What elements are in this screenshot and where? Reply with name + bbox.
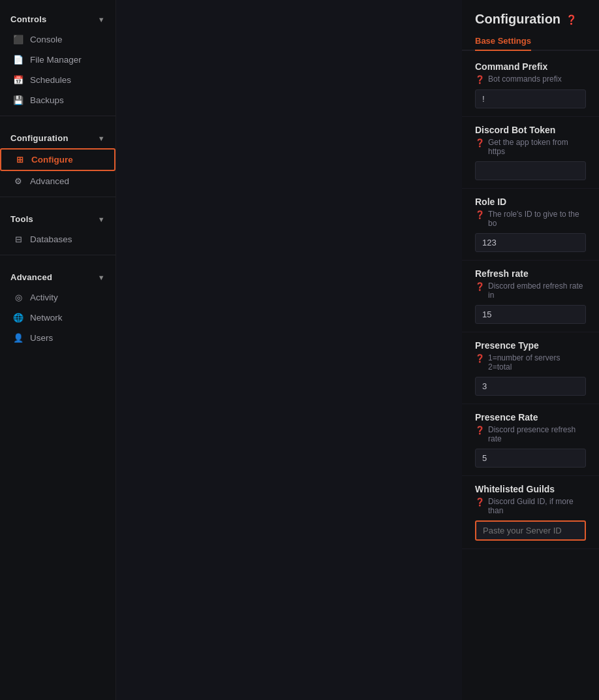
tab-base-settings-label: Base Settings bbox=[475, 36, 531, 46]
whitelisted-guilds-label: Whitelisted Guilds bbox=[475, 484, 586, 494]
whitelisted-guilds-input[interactable] bbox=[475, 520, 586, 541]
sidebar-item-schedules-label: Schedules bbox=[30, 75, 71, 85]
sidebar-section-configuration-label: Configuration bbox=[10, 133, 69, 143]
sidebar-item-advanced-config[interactable]: ⚙ Advanced bbox=[0, 171, 115, 191]
discord-bot-token-help: ❓ Get the app token from https bbox=[475, 138, 586, 156]
schedules-icon: 📅 bbox=[13, 75, 23, 85]
presence-type-help-text: 1=number of servers 2=total bbox=[488, 353, 586, 372]
chevron-down-icon-4: ▼ bbox=[98, 274, 105, 281]
configure-icon: ⊞ bbox=[14, 155, 25, 165]
network-icon: 🌐 bbox=[13, 313, 23, 323]
divider-3 bbox=[0, 255, 115, 255]
sidebar-section-advanced-label: Advanced bbox=[10, 272, 52, 282]
chevron-down-icon-3: ▼ bbox=[98, 215, 105, 223]
sidebar-item-advanced-config-label: Advanced bbox=[30, 176, 69, 186]
info-icon[interactable]: ❓ bbox=[566, 14, 577, 25]
chevron-down-icon-2: ▼ bbox=[98, 135, 105, 142]
presence-type-label: Presence Type bbox=[475, 340, 586, 351]
sidebar-item-configure[interactable]: ⊞ Configure bbox=[0, 148, 115, 171]
refresh-rate-help-text: Discord embed refresh rate in bbox=[488, 281, 586, 300]
sidebar-item-network[interactable]: 🌐 Network bbox=[0, 308, 115, 328]
sidebar-item-console[interactable]: ⬛ Console bbox=[0, 29, 115, 50]
refresh-rate-help-icon: ❓ bbox=[475, 282, 485, 291]
presence-type-input[interactable] bbox=[475, 377, 586, 396]
sidebar-item-schedules[interactable]: 📅 Schedules bbox=[0, 70, 115, 90]
sidebar-item-network-label: Network bbox=[30, 313, 63, 323]
databases-icon: ⊟ bbox=[13, 234, 23, 244]
settings-section-command-prefix: Command Prefix ❓ Bot commands prefix bbox=[462, 54, 599, 117]
sidebar-item-backups-label: Backups bbox=[30, 95, 64, 105]
command-prefix-help-icon: ❓ bbox=[475, 75, 485, 84]
activity-icon: ◎ bbox=[13, 293, 23, 302]
sidebar-section-tools: Tools ▼ ⊟ Databases bbox=[0, 200, 115, 252]
whitelisted-guilds-help-icon: ❓ bbox=[475, 498, 485, 507]
divider-1 bbox=[0, 116, 115, 116]
presence-type-help-icon: ❓ bbox=[475, 354, 485, 363]
role-id-input[interactable] bbox=[475, 233, 586, 252]
sidebar-item-backups[interactable]: 💾 Backups bbox=[0, 90, 115, 110]
command-prefix-help-text: Bot commands prefix bbox=[488, 74, 562, 84]
presence-type-help: ❓ 1=number of servers 2=total bbox=[475, 353, 586, 372]
sidebar-section-advanced-header[interactable]: Advanced ▼ bbox=[0, 268, 115, 287]
tab-base-settings[interactable]: Base Settings bbox=[475, 31, 531, 51]
discord-bot-token-help-icon: ❓ bbox=[475, 138, 485, 148]
sidebar: Controls ▼ ⬛ Console 📄 File Manager 📅 Sc… bbox=[0, 0, 116, 700]
sidebar-item-activity[interactable]: ◎ Activity bbox=[0, 287, 115, 308]
users-icon: 👤 bbox=[13, 333, 23, 343]
sidebar-item-activity-label: Activity bbox=[30, 293, 58, 302]
presence-rate-help: ❓ Discord presence refresh rate bbox=[475, 425, 586, 443]
main-content bbox=[116, 0, 462, 700]
whitelisted-guilds-help: ❓ Discord Guild ID, if more than bbox=[475, 497, 586, 515]
sidebar-item-users[interactable]: 👤 Users bbox=[0, 328, 115, 348]
presence-rate-help-text: Discord presence refresh rate bbox=[488, 425, 586, 443]
backups-icon: 💾 bbox=[13, 95, 23, 105]
settings-section-presence-type: Presence Type ❓ 1=number of servers 2=to… bbox=[462, 332, 599, 404]
command-prefix-help: ❓ Bot commands prefix bbox=[475, 74, 586, 84]
sidebar-item-file-manager-label: File Manager bbox=[30, 55, 82, 65]
sidebar-section-advanced: Advanced ▼ ◎ Activity 🌐 Network 👤 Users bbox=[0, 258, 115, 351]
role-id-help-text: The role's ID to give to the bo bbox=[488, 210, 586, 228]
tab-bar: Base Settings bbox=[462, 31, 599, 51]
file-manager-icon: 📄 bbox=[13, 55, 23, 65]
panel-title-text: Configuration bbox=[475, 12, 561, 27]
sidebar-item-databases-label: Databases bbox=[30, 234, 72, 244]
role-id-help-icon: ❓ bbox=[475, 210, 485, 219]
settings-section-whitelisted-guilds: Whitelisted Guilds ❓ Discord Guild ID, i… bbox=[462, 476, 599, 549]
role-id-label: Role ID bbox=[475, 197, 586, 207]
settings-section-presence-rate: Presence Rate ❓ Discord presence refresh… bbox=[462, 404, 599, 476]
presence-rate-label: Presence Rate bbox=[475, 412, 586, 422]
sidebar-section-controls-header[interactable]: Controls ▼ bbox=[0, 10, 115, 29]
whitelisted-guilds-help-text: Discord Guild ID, if more than bbox=[488, 497, 586, 515]
panel-title: Configuration ❓ bbox=[462, 0, 599, 31]
refresh-rate-help: ❓ Discord embed refresh rate in bbox=[475, 281, 586, 300]
sidebar-item-file-manager[interactable]: 📄 File Manager bbox=[0, 50, 115, 70]
sidebar-section-configuration: Configuration ▼ ⊞ Configure ⚙ Advanced bbox=[0, 119, 115, 194]
presence-rate-help-icon: ❓ bbox=[475, 426, 485, 435]
sidebar-section-tools-label: Tools bbox=[10, 214, 33, 224]
sidebar-section-tools-header[interactable]: Tools ▼ bbox=[0, 210, 115, 229]
command-prefix-input[interactable] bbox=[475, 89, 586, 108]
console-icon: ⬛ bbox=[13, 35, 23, 44]
refresh-rate-input[interactable] bbox=[475, 305, 586, 324]
sidebar-section-configuration-header[interactable]: Configuration ▼ bbox=[0, 129, 115, 148]
sidebar-item-databases[interactable]: ⊟ Databases bbox=[0, 229, 115, 249]
settings-section-role-id: Role ID ❓ The role's ID to give to the b… bbox=[462, 189, 599, 261]
presence-rate-input[interactable] bbox=[475, 449, 586, 468]
discord-bot-token-input[interactable] bbox=[475, 161, 586, 180]
settings-section-refresh-rate: Refresh rate ❓ Discord embed refresh rat… bbox=[462, 261, 599, 332]
sidebar-item-users-label: Users bbox=[30, 333, 53, 343]
advanced-config-icon: ⚙ bbox=[13, 176, 23, 186]
role-id-help: ❓ The role's ID to give to the bo bbox=[475, 210, 586, 228]
refresh-rate-label: Refresh rate bbox=[475, 268, 586, 279]
right-panel: Configuration ❓ Base Settings Command Pr… bbox=[462, 0, 599, 700]
sidebar-section-controls: Controls ▼ ⬛ Console 📄 File Manager 📅 Sc… bbox=[0, 0, 115, 113]
sidebar-item-console-label: Console bbox=[30, 35, 63, 44]
sidebar-section-controls-label: Controls bbox=[10, 14, 47, 24]
settings-section-discord-bot-token: Discord Bot Token ❓ Get the app token fr… bbox=[462, 117, 599, 189]
sidebar-item-configure-label: Configure bbox=[31, 155, 73, 165]
chevron-down-icon: ▼ bbox=[98, 16, 105, 24]
divider-2 bbox=[0, 197, 115, 197]
command-prefix-label: Command Prefix bbox=[475, 61, 586, 72]
discord-bot-token-label: Discord Bot Token bbox=[475, 125, 586, 135]
discord-bot-token-help-text: Get the app token from https bbox=[488, 138, 586, 156]
